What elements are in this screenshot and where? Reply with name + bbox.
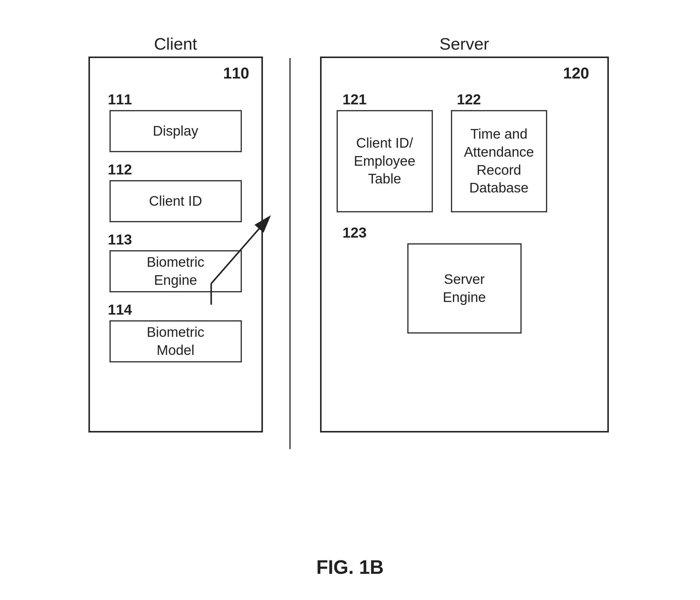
ref-123: 123 xyxy=(343,224,367,241)
component-display-row: 111 Display xyxy=(102,91,249,152)
client-column: Client 110 111 Display 112 Client ID xyxy=(70,34,281,544)
ref-122: 122 xyxy=(457,91,481,108)
figure-caption: FIG. 1B xyxy=(316,556,383,578)
clientid-box: Client ID xyxy=(109,180,242,222)
component-biomodel-row: 114 BiometricModel xyxy=(102,301,249,362)
ref-114: 114 xyxy=(108,301,132,318)
server-top-row: 121 Client ID/EmployeeTable 122 Time and… xyxy=(336,91,592,212)
server-outer-box: 120 121 Client ID/EmployeeTable 122 xyxy=(320,56,609,432)
divider-line xyxy=(290,58,291,449)
client-id-employee-table-box: Client ID/EmployeeTable xyxy=(336,110,433,212)
server-column: Server 120 121 Client ID/EmployeeTable 1… xyxy=(299,34,630,544)
ref-111: 111 xyxy=(108,91,132,108)
time-attendance-label: Time andAttendanceRecordDatabase xyxy=(464,125,534,197)
client-id-employee-label: Client ID/EmployeeTable xyxy=(354,134,416,188)
diagram-container: Client 110 111 Display 112 Client ID xyxy=(19,22,681,578)
component-clientid-row: 112 Client ID xyxy=(102,161,249,222)
server-engine-box: ServerEngine xyxy=(407,243,522,333)
component-bioengine-row: 113 BiometricEngine xyxy=(102,231,249,292)
biometric-engine-box: BiometricEngine xyxy=(109,250,242,292)
client-label: Client xyxy=(154,34,197,53)
biometric-model-label: BiometricModel xyxy=(147,323,204,359)
server-bottom-section: 123 ServerEngine xyxy=(336,224,592,333)
ref-113: 113 xyxy=(108,231,132,248)
biometric-engine-label: BiometricEngine xyxy=(147,253,204,289)
diagram-area: Client 110 111 Display 112 Client ID xyxy=(19,22,681,544)
server-ref: 120 xyxy=(563,64,589,82)
biometric-model-box: BiometricModel xyxy=(109,320,242,362)
client-outer-box: 110 111 Display 112 Client ID xyxy=(89,56,263,432)
ref-112: 112 xyxy=(108,161,132,178)
server-item-122: 122 Time andAttendanceRecordDatabase xyxy=(451,91,547,212)
time-attendance-db-box: Time andAttendanceRecordDatabase xyxy=(451,110,547,212)
ref-121: 121 xyxy=(343,91,367,108)
server-label: Server xyxy=(440,34,489,53)
divider-column xyxy=(281,34,299,544)
clientid-label: Client ID xyxy=(149,192,202,210)
display-label: Display xyxy=(153,122,198,140)
client-ref: 110 xyxy=(223,64,249,82)
server-engine-label: ServerEngine xyxy=(443,270,486,306)
display-box: Display xyxy=(109,110,242,152)
server-item-121: 121 Client ID/EmployeeTable xyxy=(336,91,433,212)
